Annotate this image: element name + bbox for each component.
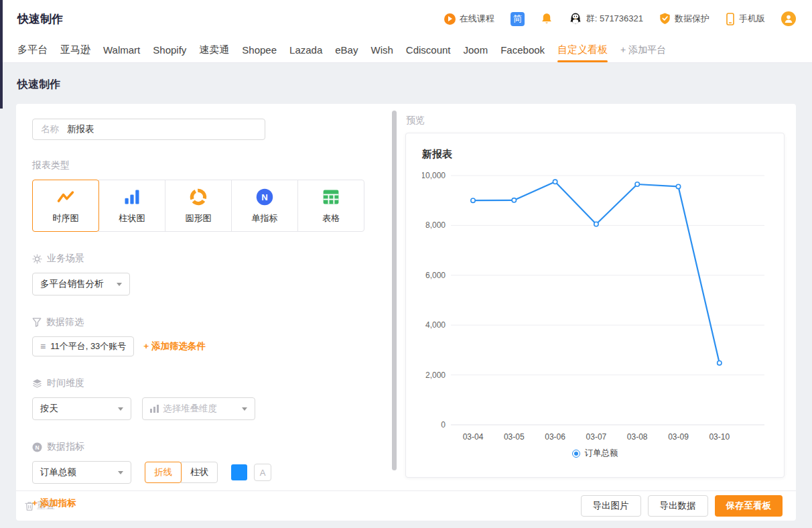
platform-tab-11[interactable]: Facebook	[500, 38, 545, 62]
form-scrollbar[interactable]	[392, 111, 397, 470]
svg-text:6,000: 6,000	[425, 271, 446, 280]
notification-bell-icon[interactable]	[541, 13, 553, 25]
report-type-group: 时序图柱状图圆形图N单指标表格	[32, 180, 366, 232]
table-icon	[321, 188, 341, 206]
report-name-field[interactable]: 名称	[32, 119, 265, 140]
add-platform-tab[interactable]: + 添加平台	[620, 38, 666, 62]
data-metric-label: 数据指标	[47, 441, 84, 453]
platform-tab-5[interactable]: Shopee	[242, 38, 277, 62]
topbar: 快速制作 在线课程 简 群: 571736321 数据保护 手机版	[0, 0, 812, 38]
svg-text:03-09: 03-09	[668, 432, 689, 442]
report-type-bar-chart[interactable]: 柱状图	[98, 180, 165, 232]
time-granularity-value: 按天	[40, 403, 58, 415]
phone-icon	[726, 13, 735, 25]
business-scene-label: 业务场景	[47, 253, 84, 265]
platform-tab-10[interactable]: Joom	[464, 38, 488, 62]
platform-tab-2[interactable]: Walmart	[103, 38, 140, 62]
preview-label: 预览	[406, 115, 785, 127]
line-style-button[interactable]: 折线	[145, 462, 182, 483]
platform-tab-0[interactable]: 多平台	[17, 38, 48, 62]
funnel-icon	[32, 318, 42, 327]
business-scene-select[interactable]: 多平台销售分析	[32, 273, 130, 295]
report-type-single-metric[interactable]: N单指标	[231, 180, 298, 232]
report-type-label: 柱状图	[119, 212, 145, 224]
mobile-version-link[interactable]: 手机版	[726, 13, 765, 25]
add-filter-link[interactable]: + 添加筛选条件	[143, 340, 206, 352]
name-field-label: 名称	[41, 123, 59, 135]
svg-text:8,000: 8,000	[425, 220, 446, 230]
report-type-label: 报表类型	[32, 159, 70, 172]
business-scene-value: 多平台销售分析	[40, 278, 104, 290]
preview-chart-card: 新报表 02,0004,0006,0008,00010,00003-0403-0…	[405, 133, 785, 478]
platform-tab-12[interactable]: 自定义看板	[557, 38, 608, 62]
chart-title: 新报表	[422, 148, 768, 161]
export-image-button[interactable]: 导出图片	[581, 495, 641, 517]
stack-dimension-placeholder: 选择堆叠维度	[163, 403, 217, 415]
save-to-board-button[interactable]: 保存至看板	[715, 495, 783, 517]
qq-icon	[569, 12, 582, 25]
series-color-swatch[interactable]	[231, 464, 247, 480]
bar-style-button[interactable]: 柱状	[181, 462, 218, 483]
qq-group-label: 群: 571736321	[586, 13, 643, 25]
mini-bars-icon	[150, 405, 159, 413]
platform-tab-1[interactable]: 亚马逊	[60, 38, 90, 62]
svg-text:03-05: 03-05	[504, 432, 525, 442]
language-badge[interactable]: 简	[511, 12, 525, 26]
preview-chart-svg: 02,0004,0006,0008,00010,00003-0403-0503-…	[422, 166, 768, 446]
svg-text:N: N	[261, 192, 267, 202]
filter-summary-button[interactable]: ≡ 11个平台, 33个账号	[32, 336, 134, 356]
shield-check-icon	[659, 13, 671, 25]
chart-legend[interactable]: 订单总额	[422, 448, 768, 459]
report-type-label: 表格	[322, 212, 340, 224]
chevron-down-icon	[118, 471, 123, 474]
report-name-input[interactable]	[67, 125, 257, 135]
metric-select[interactable]: 订单总额	[32, 461, 131, 484]
platform-tab-7[interactable]: eBay	[335, 38, 358, 62]
preview-panel: 预览 新报表 02,0004,0006,0008,00010,00003-040…	[391, 104, 796, 490]
time-granularity-select[interactable]: 按天	[32, 397, 131, 420]
export-data-button[interactable]: 导出数据	[648, 495, 708, 517]
bar-chart-icon	[122, 188, 142, 206]
svg-text:03-04: 03-04	[463, 432, 484, 442]
sidebar-edge	[0, 0, 3, 109]
report-type-line-chart[interactable]: 时序图	[32, 180, 99, 232]
svg-text:4,000: 4,000	[425, 320, 446, 330]
platform-tab-3[interactable]: Shopify	[153, 38, 186, 62]
report-type-label: 时序图	[53, 212, 79, 224]
data-protection-link[interactable]: 数据保护	[659, 13, 709, 25]
bulb-icon	[32, 254, 42, 264]
online-course-label: 在线课程	[460, 13, 494, 25]
svg-text:03-07: 03-07	[586, 432, 607, 442]
platform-tab-8[interactable]: Wish	[370, 38, 393, 62]
layers-icon	[32, 379, 42, 388]
time-dimension-label: 时间维度	[47, 377, 84, 389]
user-avatar[interactable]	[781, 11, 796, 26]
app-title: 快速制作	[17, 11, 63, 27]
report-type-donut-chart[interactable]: 圆形图	[165, 180, 232, 232]
play-icon	[444, 13, 456, 25]
chevron-down-icon	[242, 407, 247, 411]
platform-tab-9[interactable]: Cdiscount	[406, 38, 451, 62]
stack-dimension-select[interactable]: 选择堆叠维度	[142, 397, 255, 420]
chart-style-toggle: 折线 柱状	[145, 462, 218, 483]
online-course-link[interactable]: 在线课程	[444, 13, 494, 25]
svg-text:03-06: 03-06	[545, 432, 565, 442]
hamburger-icon: ≡	[40, 342, 46, 351]
svg-text:03-10: 03-10	[709, 432, 730, 442]
svg-text:N: N	[35, 444, 39, 450]
add-metric-link[interactable]: + 添加指标	[32, 497, 375, 509]
report-type-table[interactable]: 表格	[297, 180, 364, 232]
svg-text:10,000: 10,000	[422, 171, 446, 180]
page-title: 快速制作	[0, 63, 812, 104]
filter-summary: 11个平台, 33个账号	[50, 340, 126, 352]
qq-group-link[interactable]: 群: 571736321	[569, 12, 643, 25]
label-style-button[interactable]: A	[254, 464, 271, 481]
single-metric-icon: N	[255, 188, 275, 206]
legend-label: 订单总额	[585, 448, 618, 459]
legend-dot-icon	[572, 450, 580, 458]
platform-tabs: 多平台亚马逊WalmartShopify速卖通ShopeeLazadaeBayW…	[0, 38, 812, 63]
platform-tab-4[interactable]: 速卖通	[199, 38, 229, 62]
report-type-label: 单指标	[252, 212, 278, 224]
platform-tab-6[interactable]: Lazada	[289, 38, 322, 62]
metric-n-icon: N	[32, 442, 42, 452]
